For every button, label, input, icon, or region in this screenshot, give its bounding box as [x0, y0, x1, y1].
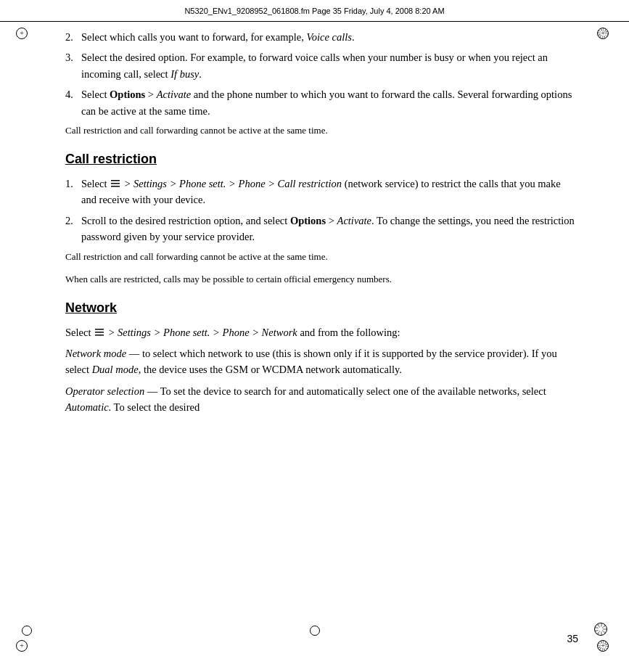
- cr-step2-options: Options: [290, 215, 326, 226]
- restriction-note1: Call restriction and call forwarding can…: [65, 250, 578, 264]
- cr-step1-phonesett: Phone sett.: [179, 178, 226, 189]
- network-intro-mid: > Phone >: [210, 327, 261, 338]
- svg-rect-2: [111, 186, 120, 187]
- corner-marker-bottom-left: [16, 640, 32, 656]
- bottom-marker-right: [594, 623, 607, 636]
- cr-step1-mid: > Phone >: [226, 178, 277, 189]
- network-intro-network: Network: [262, 327, 297, 338]
- forward-steps-list: 2. Select which calls you want to forwar…: [65, 29, 578, 119]
- list-content-2: Select which calls you want to forward, …: [81, 29, 578, 45]
- corner-dot-bottom-right: [597, 640, 609, 652]
- cr-step2-start: Scroll to the desired restriction option…: [81, 215, 290, 226]
- list-item-3: 3. Select the desired option. For exampl…: [65, 49, 578, 82]
- cr-list-content-1: Select > Settings > Phone sett. > Phone …: [81, 176, 578, 208]
- step4-gt: >: [145, 89, 156, 100]
- menu-icon-1: [110, 178, 121, 189]
- cr-list-item-2: 2. Scroll to the desired restriction opt…: [65, 213, 578, 245]
- step4-options: Options: [110, 89, 145, 100]
- step4-select: Select: [81, 89, 110, 100]
- content-area: 2. Select which calls you want to forwar…: [65, 29, 578, 621]
- corner-dot-top-right: [597, 28, 609, 39]
- network-intro-settings: > Settings >: [105, 327, 163, 338]
- list-content-4: Select Options > Activate and the phone …: [81, 86, 578, 119]
- header-bar: N5320_ENv1_9208952_061808.fm Page 35 Fri…: [0, 0, 629, 22]
- corner-dot-bottom-left: [16, 640, 28, 652]
- step2-example: Voice calls: [306, 31, 351, 43]
- step3-start: Select the desired option. For example, …: [81, 52, 548, 79]
- list-content-3: Select the desired option. For example, …: [81, 49, 578, 82]
- svg-rect-0: [111, 180, 120, 181]
- page: N5320_ENv1_9208952_061808.fm Page 35 Fri…: [0, 0, 629, 672]
- network-heading: Network: [65, 298, 578, 319]
- restriction-note2: When calls are restricted, calls may be …: [65, 272, 578, 287]
- bottom-marker-center: [310, 626, 320, 636]
- operator-automatic: Automatic: [65, 401, 109, 413]
- svg-rect-3: [95, 329, 104, 330]
- network-intro-phonesett: Phone sett.: [163, 327, 210, 338]
- corner-marker-top-left: [16, 28, 32, 44]
- network-intro-end: and from the following:: [297, 327, 400, 338]
- step3-end: .: [199, 68, 202, 80]
- bottom-marker-left: [22, 626, 32, 636]
- corner-marker-bottom-right: [597, 640, 613, 656]
- list-num-3: 3.: [65, 49, 81, 65]
- network-intro: Select > Settings > Phone sett. > Phone …: [65, 324, 578, 340]
- operator-label: Operator selection: [65, 385, 144, 397]
- svg-rect-1: [111, 183, 120, 184]
- step4-activate: Activate: [157, 89, 192, 100]
- corner-dot-top-left: [16, 28, 28, 39]
- cr-list-num-1: 1.: [65, 176, 81, 192]
- network-mode-dash: —: [126, 348, 142, 359]
- step3-example: If busy: [170, 68, 199, 80]
- cr-step2-mid: >: [326, 215, 337, 226]
- cr-step2-activate: Activate: [337, 215, 372, 226]
- network-mode-para: Network mode — to select which network t…: [65, 345, 578, 378]
- network-mode-dual: Dual mode: [92, 364, 139, 375]
- operator-text2: . To select the desired: [109, 401, 200, 413]
- svg-rect-5: [95, 335, 104, 336]
- network-mode-text2: , the device uses the GSM or WCDMA netwo…: [139, 364, 402, 375]
- page-number: 35: [567, 633, 578, 644]
- restriction-steps-list: 1. Select > Settings > Phone sett. > Pho…: [65, 176, 578, 245]
- cr-list-content-2: Scroll to the desired restriction option…: [81, 213, 578, 245]
- list-num-2: 2.: [65, 29, 81, 45]
- cr-list-num-2: 2.: [65, 213, 81, 229]
- header-text: N5320_ENv1_9208952_061808.fm Page 35 Fri…: [184, 7, 444, 15]
- operator-dash: —: [144, 385, 160, 397]
- step2-end: .: [352, 31, 355, 43]
- step2-text-start: Select which calls you want to forward, …: [81, 31, 306, 43]
- cr-step1-callrestriction: Call restriction: [278, 178, 342, 189]
- corner-marker-top-right: [597, 28, 613, 44]
- cr-step1-select: Select: [81, 178, 110, 189]
- operator-selection-para: Operator selection — To set the device t…: [65, 383, 578, 416]
- network-mode-label: Network mode: [65, 348, 126, 359]
- list-item-2: 2. Select which calls you want to forwar…: [65, 29, 578, 45]
- svg-rect-4: [95, 332, 104, 333]
- list-num-4: 4.: [65, 86, 81, 102]
- list-item-4: 4. Select Options > Activate and the pho…: [65, 86, 578, 119]
- operator-text: To set the device to search for and auto…: [160, 385, 546, 397]
- forward-note: Call restriction and call forwarding can…: [65, 123, 578, 138]
- cr-step1-settings: > Settings >: [121, 178, 179, 189]
- network-intro-select: Select: [65, 327, 94, 338]
- cr-list-item-1: 1. Select > Settings > Phone sett. > Pho…: [65, 176, 578, 208]
- call-restriction-heading: Call restriction: [65, 149, 578, 170]
- menu-icon-2: [94, 327, 105, 338]
